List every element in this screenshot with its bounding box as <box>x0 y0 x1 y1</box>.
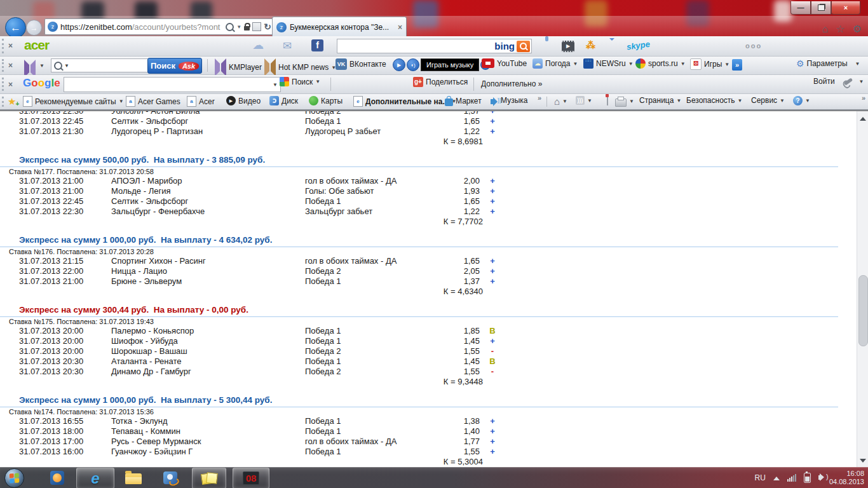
google-signin[interactable]: Войти ▼ <box>813 77 864 86</box>
disk-link[interactable]: Диск <box>269 96 298 105</box>
settings-gear-icon[interactable]: ⚙ <box>853 23 862 35</box>
gplus-share-button[interactable]: g+ Поделиться <box>413 77 468 87</box>
market-link[interactable]: Маркет <box>445 96 482 106</box>
kmplayer-menu-dropdown-icon[interactable]: ▼ <box>39 63 44 69</box>
wrench-icon[interactable] <box>843 78 852 85</box>
games-dropdown-icon[interactable]: ▼ <box>724 62 729 67</box>
hidden-icons-arrow[interactable] <box>773 473 780 480</box>
taskbar-ie-button[interactable]: e <box>76 468 114 488</box>
play-icon[interactable]: ▶ <box>393 58 405 71</box>
home-icon[interactable]: ⌂ <box>822 24 829 35</box>
video-film-icon[interactable]: ▶ <box>562 41 574 52</box>
battery-icon[interactable] <box>804 473 811 483</box>
taskbar-sticky-notes-button[interactable] <box>192 468 226 488</box>
skype-icon[interactable]: skype <box>626 39 651 52</box>
scrollbar-thumb[interactable] <box>858 275 868 346</box>
scroll-down-button[interactable] <box>857 455 868 466</box>
video-link[interactable]: ▶ Видео <box>226 96 261 105</box>
additional-link[interactable]: e Дополнительные на... ▼ <box>353 96 456 107</box>
acer-toolbar-close-icon[interactable]: × <box>8 41 13 50</box>
bing-search-button[interactable] <box>517 41 530 52</box>
home-dropdown-icon[interactable]: ▼ <box>562 98 567 104</box>
games-link[interactable]: ⚄ Игры ▼ <box>690 58 729 70</box>
service-menu-dropdown-icon[interactable]: ▼ <box>780 98 785 104</box>
help-dropdown-icon[interactable]: ▼ <box>805 98 810 104</box>
commandbar-overflow-icon[interactable]: » <box>862 94 865 102</box>
toolbar-grip[interactable] <box>2 97 4 107</box>
print-menu[interactable]: ▼ <box>615 96 634 107</box>
toolbar-overflow-menu[interactable]: ooo <box>745 42 762 50</box>
volume-icon[interactable] <box>818 475 822 480</box>
recommended-sites-link[interactable]: e Рекомендуемые сайты ▼ <box>23 96 124 107</box>
scroll-up-button[interactable] <box>857 112 868 124</box>
compatibility-view-icon[interactable] <box>252 22 261 31</box>
toolbar-grip[interactable] <box>2 78 4 91</box>
acer-link[interactable]: a Acer <box>187 96 215 107</box>
taskbar-explorer-button[interactable] <box>119 468 147 487</box>
google-search-input[interactable] <box>67 77 273 92</box>
google-search-menu-icon[interactable]: ▼ <box>315 79 320 85</box>
hot-kmp-news-link[interactable]: Hot KMP news ▼ <box>264 58 336 76</box>
taskbar-messenger-button[interactable] <box>156 468 184 487</box>
tab-close-icon[interactable]: × <box>398 23 402 32</box>
ask-search-button[interactable]: Поиск Ask <box>147 58 202 74</box>
read-mail-icon[interactable] <box>607 95 608 105</box>
ask-search-input[interactable] <box>71 58 148 72</box>
clock[interactable]: 16:08 04.08.2013 <box>829 470 864 486</box>
security-menu[interactable]: Безопасность ▼ <box>686 96 742 105</box>
forward-button[interactable]: → <box>26 20 42 36</box>
url-text[interactable]: https://zenitbet.com/account/yourbets?mo… <box>60 22 223 32</box>
google-more-menu[interactable]: Дополнительно » <box>481 79 542 88</box>
search-icon[interactable] <box>226 23 234 31</box>
refresh-icon[interactable]: ↻ <box>264 22 271 32</box>
minimize-button[interactable]: — <box>790 1 811 15</box>
back-button[interactable]: ← <box>5 17 26 38</box>
close-button[interactable]: × <box>831 1 860 15</box>
ask-search-dropdown-icon[interactable]: ▼ <box>64 63 69 69</box>
facebook-icon[interactable]: f <box>311 39 323 51</box>
google-toolbar-close-icon[interactable]: × <box>8 80 13 89</box>
share-icon[interactable]: ⁂ <box>586 40 595 51</box>
google-settings-dropdown-icon[interactable]: ▼ <box>859 79 864 85</box>
ask-settings[interactable]: ⚙ Параметры ▼ <box>796 58 860 69</box>
service-menu[interactable]: Сервис ▼ <box>751 96 785 105</box>
weather-dropdown-icon[interactable]: ▼ <box>573 61 578 67</box>
ask-settings-dropdown-icon[interactable]: ▼ <box>855 61 860 67</box>
sportsru-link[interactable]: sports.ru ▼ <box>635 58 686 69</box>
ask-search-box[interactable]: ▼ <box>51 58 149 72</box>
acer-search-input[interactable] <box>337 39 494 53</box>
google-search-box[interactable]: ▼ <box>64 77 281 92</box>
recommended-dropdown-icon[interactable]: ▼ <box>119 98 124 104</box>
toolbar-more-button[interactable]: » <box>732 59 742 71</box>
acer-games-link[interactable]: a Acer Games <box>126 96 180 107</box>
start-button[interactable] <box>4 468 24 488</box>
newsru-dropdown-icon[interactable]: ▼ <box>628 61 634 67</box>
weather-cloud-icon[interactable]: ☁ <box>252 38 264 52</box>
newsru-link[interactable]: ∷∷ NEWSru ▼ <box>583 58 634 69</box>
rss-dropdown-icon[interactable]: ▼ <box>587 98 592 104</box>
acer-search-box[interactable]: bing <box>337 39 532 53</box>
toolbar-grip[interactable] <box>2 59 4 72</box>
music-link[interactable]: Музыка <box>491 96 527 105</box>
language-indicator[interactable]: RU <box>755 473 766 482</box>
page-menu[interactable]: Страница ▼ <box>639 96 681 105</box>
security-menu-dropdown-icon[interactable]: ▼ <box>738 98 743 104</box>
toolbar-grip[interactable] <box>2 39 4 53</box>
mail-icon[interactable]: ✉ <box>283 39 292 53</box>
page-menu-dropdown-icon[interactable]: ▼ <box>676 98 681 104</box>
weather-link[interactable]: ☁ Погода ▼ <box>532 58 578 69</box>
restore-button[interactable] <box>811 1 831 15</box>
favorites-overflow-icon[interactable]: » <box>538 94 541 102</box>
address-bar[interactable]: z https://zenitbet.com/account/yourbets?… <box>44 18 275 35</box>
taskbar-wmp-button[interactable] <box>44 468 70 487</box>
youtube-link[interactable]: YouTube <box>482 58 527 68</box>
home-menu[interactable]: ⌂ ▼ <box>554 96 567 107</box>
vkontakte-link[interactable]: VK ВКонтакте <box>336 58 386 70</box>
search-dropdown-icon[interactable]: ▼ <box>236 24 241 30</box>
google-search-button[interactable]: Поиск ▼ <box>280 77 320 86</box>
taskbar-08-app-button[interactable]: 08 <box>233 468 269 488</box>
kmplayer-link[interactable]: KMPlayer <box>215 58 262 76</box>
vertical-scrollbar[interactable] <box>857 111 868 468</box>
browser-tab[interactable]: z Букмекерская контора "Зе... × <box>272 17 407 37</box>
print-dropdown-icon[interactable]: ▼ <box>629 98 634 104</box>
